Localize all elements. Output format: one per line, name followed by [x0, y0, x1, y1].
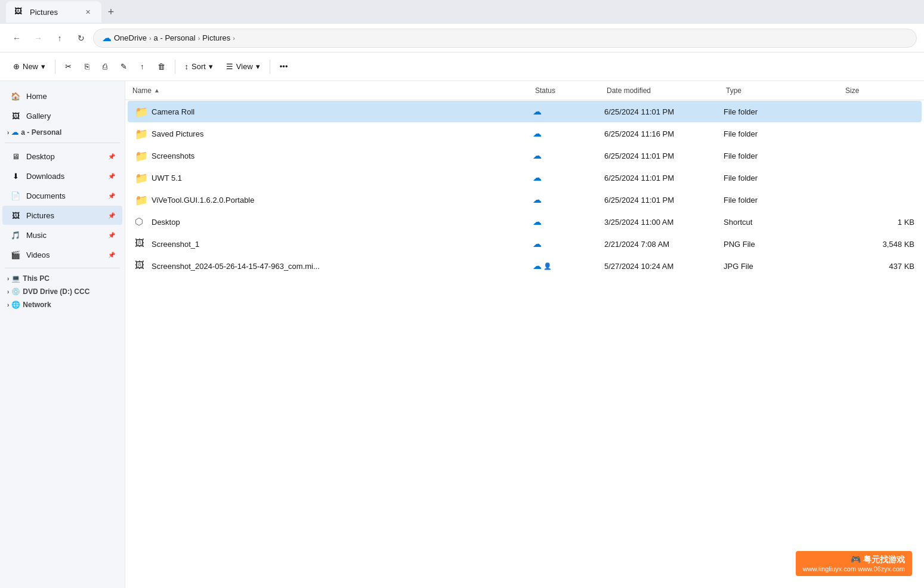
table-row[interactable]: ⬡ Desktop ☁ 3/25/2024 11:00 AM Shortcut … — [128, 211, 922, 233]
col-size-header[interactable]: Size — [845, 86, 917, 95]
file-name-text: Screenshots — [152, 151, 194, 160]
tab-close-button[interactable]: ✕ — [82, 7, 93, 17]
view-icon: ☰ — [226, 62, 233, 71]
table-row[interactable]: 📁 Screenshots ☁ 6/25/2024 11:01 PM File … — [128, 145, 922, 166]
refresh-button[interactable]: ↻ — [72, 29, 91, 48]
new-button[interactable]: ⊕ New ▾ — [7, 56, 51, 78]
desktop-pin: 📌 — [108, 153, 115, 160]
documents-pin: 📌 — [108, 193, 115, 199]
more-button[interactable]: ••• — [274, 56, 294, 78]
col-date-header[interactable]: Date modified — [607, 86, 726, 95]
sidebar-section-dvd[interactable]: › 💿 DVD Drive (D:) CCC — [0, 285, 125, 298]
view-button[interactable]: ☰ View ▾ — [220, 56, 266, 78]
table-row[interactable]: 🖼 Screenshot_1 ☁ 2/21/2024 7:08 AM PNG F… — [128, 233, 922, 255]
sep-3 — [270, 60, 270, 74]
view-label: View — [236, 62, 253, 71]
videos-label: Videos — [26, 250, 103, 259]
thispc-icon: 💻 — [11, 274, 20, 283]
network-icon: 🌐 — [11, 301, 20, 309]
file-type-cell: File folder — [724, 196, 843, 205]
rename-button[interactable]: ✎ — [115, 56, 133, 78]
new-chevron: ▾ — [41, 62, 45, 71]
file-name-text: Screenshot_1 — [152, 240, 199, 249]
paste-button[interactable]: ⎙ — [97, 56, 113, 78]
sidebar-item-music[interactable]: 🎵 Music 📌 — [2, 225, 122, 245]
col-name-header[interactable]: Name ▲ — [132, 86, 535, 95]
breadcrumb-onedrive[interactable]: OneDrive — [114, 33, 147, 42]
sidebar-item-documents[interactable]: 📄 Documents 📌 — [2, 186, 122, 205]
breadcrumb-personal[interactable]: a - Personal — [154, 33, 196, 42]
breadcrumb-sep-3: › — [233, 35, 235, 42]
table-row[interactable]: 🖼 Screenshot_2024-05-26-14-15-47-963_com… — [128, 255, 922, 277]
file-type-cell: PNG File — [724, 240, 843, 249]
file-type-icon: 🖼 — [135, 260, 147, 272]
breadcrumb[interactable]: ☁ OneDrive › a - Personal › Pictures › — [93, 29, 917, 48]
sidebar-section-thispc[interactable]: › 💻 This PC — [0, 272, 125, 285]
pictures-label: Pictures — [26, 211, 103, 220]
file-type-cell: File folder — [724, 151, 843, 160]
file-date-cell: 2/21/2024 7:08 AM — [604, 240, 724, 249]
sidebar-item-gallery[interactable]: 🖼 Gallery — [2, 106, 122, 125]
documents-label: Documents — [26, 191, 103, 200]
dvd-icon: 💿 — [11, 287, 20, 296]
shared-icon: 👤 — [543, 262, 552, 270]
thispc-expand-icon: › — [7, 276, 9, 282]
main-layout: 🏠 Home 🖼 Gallery › ☁ a - Personal 🖥 Desk… — [0, 81, 924, 588]
file-type-cell: File folder — [724, 174, 843, 182]
cut-icon: ✂ — [65, 62, 72, 71]
delete-button[interactable]: 🗑 — [152, 56, 171, 78]
documents-icon: 📄 — [10, 190, 21, 202]
sort-button[interactable]: ↕ Sort ▾ — [179, 56, 219, 78]
file-type-cell: File folder — [724, 129, 843, 138]
table-row[interactable]: 📁 Camera Roll ☁ 6/25/2024 11:01 PM File … — [128, 101, 922, 122]
sidebar-item-desktop[interactable]: 🖥 Desktop 📌 — [2, 147, 122, 166]
col-type-label: Type — [726, 86, 741, 95]
file-name-text: Desktop — [152, 218, 180, 227]
table-row[interactable]: 📁 Saved Pictures ☁ 6/25/2024 11:16 PM Fi… — [128, 123, 922, 144]
sidebar-section-onedrive[interactable]: › ☁ a - Personal — [0, 126, 125, 139]
cut-button[interactable]: ✂ — [59, 56, 78, 78]
gallery-label: Gallery — [26, 112, 115, 120]
file-status-cell: ☁ — [533, 194, 604, 205]
col-status-header[interactable]: Status — [535, 86, 607, 95]
col-type-header[interactable]: Type — [726, 86, 845, 95]
sidebar-item-videos[interactable]: 🎬 Videos 📌 — [2, 245, 122, 264]
downloads-pin: 📌 — [108, 173, 115, 180]
copy-button[interactable]: ⎘ — [79, 56, 95, 78]
file-name-cell: ⬡ Desktop — [135, 216, 533, 228]
active-tab[interactable]: 🖼 Pictures ✕ — [6, 1, 101, 23]
share-icon: ↑ — [140, 62, 144, 71]
sidebar-divider-1 — [5, 143, 120, 143]
file-name-cell: 📁 Screenshots — [135, 150, 533, 162]
sidebar-section-network[interactable]: › 🌐 Network — [0, 298, 125, 311]
share-button[interactable]: ↑ — [134, 56, 150, 78]
desktop-label: Desktop — [26, 152, 103, 161]
sidebar-item-home[interactable]: 🏠 Home — [2, 86, 122, 106]
sort-label: Sort — [191, 62, 206, 71]
file-date-cell: 5/27/2024 10:24 AM — [604, 262, 724, 271]
onedrive-sidebar-icon: ☁ — [11, 128, 18, 137]
file-status-cell: ☁ — [533, 128, 604, 139]
sidebar-item-downloads[interactable]: ⬇ Downloads 📌 — [2, 166, 122, 185]
forward-button[interactable]: → — [29, 29, 48, 48]
back-button[interactable]: ← — [7, 29, 26, 48]
table-row[interactable]: 📁 UWT 5.1 ☁ 6/25/2024 11:01 PM File fold… — [128, 167, 922, 188]
gallery-icon: 🖼 — [10, 110, 21, 122]
music-pin: 📌 — [108, 232, 115, 239]
sidebar-item-pictures[interactable]: 🖼 Pictures 📌 — [2, 206, 122, 225]
videos-icon: 🎬 — [10, 249, 21, 261]
dvd-label: DVD Drive (D:) CCC — [23, 287, 89, 296]
rename-icon: ✎ — [120, 62, 127, 71]
table-row[interactable]: 📁 ViVeTool.GUI.1.6.2.0.Portable ☁ 6/25/2… — [128, 189, 922, 211]
sep-2 — [175, 60, 175, 74]
sort-icon: ↕ — [185, 62, 189, 71]
pictures-icon: 🖼 — [10, 209, 21, 221]
up-button[interactable]: ↑ — [50, 29, 69, 48]
title-bar: 🖼 Pictures ✕ + — [0, 0, 924, 24]
network-expand-icon: › — [7, 302, 9, 308]
more-icon: ••• — [280, 62, 288, 71]
file-rows-container: 📁 Camera Roll ☁ 6/25/2024 11:01 PM File … — [125, 101, 924, 277]
add-tab-button[interactable]: + — [101, 2, 120, 21]
onedrive-icon: ☁ — [102, 32, 112, 44]
breadcrumb-pictures[interactable]: Pictures — [202, 33, 230, 42]
